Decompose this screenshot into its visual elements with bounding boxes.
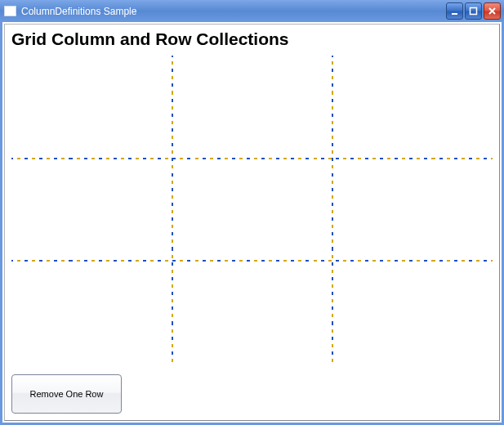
minimize-icon bbox=[450, 7, 459, 16]
maximize-button[interactable] bbox=[465, 2, 482, 20]
close-button[interactable] bbox=[484, 2, 501, 20]
remove-one-row-button[interactable]: Remove One Row bbox=[11, 374, 122, 414]
minimize-button[interactable] bbox=[446, 2, 463, 20]
grid-preview bbox=[11, 56, 493, 363]
grid-column-line-2 bbox=[332, 56, 333, 363]
app-icon bbox=[4, 6, 16, 16]
window-title: ColumnDefinitions Sample bbox=[21, 6, 136, 17]
grid-row-line-2 bbox=[11, 260, 493, 262]
window-controls bbox=[446, 2, 504, 20]
remove-one-row-label: Remove One Row bbox=[30, 389, 104, 399]
grid-column-line-1 bbox=[172, 56, 173, 363]
window-client-area: Grid Column and Row Collections Remove O… bbox=[0, 22, 504, 425]
grid-row-line-1 bbox=[11, 158, 493, 159]
titlebar: ColumnDefinitions Sample bbox=[0, 0, 504, 22]
content-panel: Grid Column and Row Collections Remove O… bbox=[4, 24, 500, 421]
maximize-icon bbox=[469, 7, 478, 16]
svg-rect-1 bbox=[471, 8, 477, 15]
page-title: Grid Column and Row Collections bbox=[11, 29, 493, 48]
svg-rect-0 bbox=[452, 13, 457, 15]
close-icon bbox=[488, 7, 497, 16]
